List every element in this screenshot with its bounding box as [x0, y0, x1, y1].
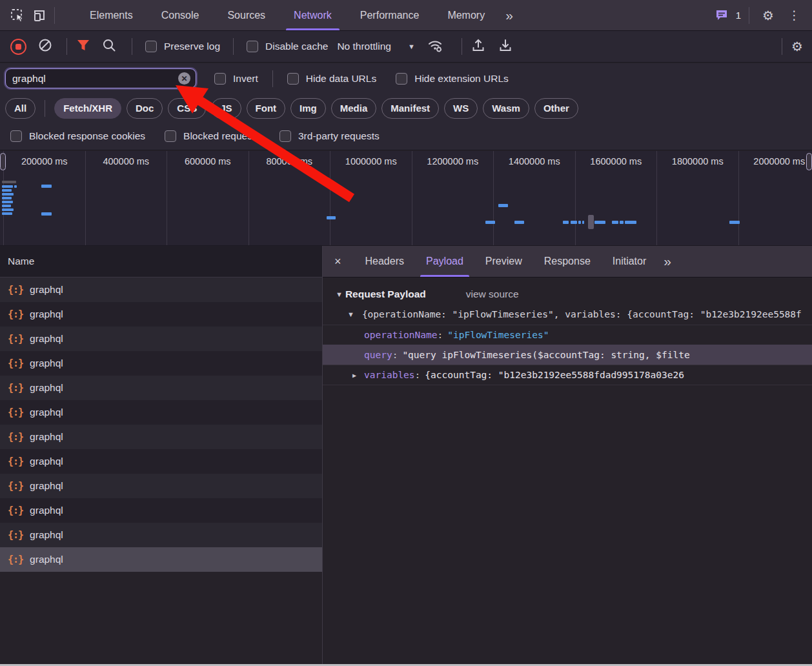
chip-manifest[interactable]: Manifest [381, 98, 439, 119]
request-row[interactable]: {:}graphql [0, 547, 322, 572]
request-row[interactable]: {:}graphql [0, 474, 322, 498]
chip-js[interactable]: JS [211, 98, 241, 119]
timeline-request-bar [620, 221, 624, 224]
chip-all[interactable]: All [5, 98, 36, 119]
detail-tab-initiator[interactable]: Initiator [602, 246, 657, 277]
clear-network-log-icon[interactable] [38, 38, 57, 55]
overview-left-handle[interactable] [0, 153, 6, 170]
3rd-party-requests-checkbox[interactable] [279, 130, 291, 142]
throttling-select[interactable]: No throttling ▼ [337, 41, 414, 52]
filter-icon[interactable] [76, 39, 97, 54]
blocked-response-cookies-checkbox[interactable] [10, 130, 22, 142]
search-icon[interactable] [102, 38, 123, 55]
record-network-log-button[interactable] [10, 39, 26, 55]
chip-other[interactable]: Other [534, 98, 578, 119]
hide-data-urls-toggle[interactable]: Hide data URLs [287, 73, 376, 85]
timeline-request-bar [594, 221, 605, 224]
tab-memory[interactable]: Memory [433, 0, 499, 30]
payload-colon: : [415, 370, 421, 380]
filter-input[interactable] [11, 72, 178, 85]
chip-doc[interactable]: Doc [127, 98, 163, 119]
preserve-log-checkbox[interactable] [145, 41, 157, 52]
settings-gear-icon[interactable]: ⚙ [757, 5, 779, 26]
name-column-header[interactable]: Name [0, 246, 322, 278]
expand-triangle-icon[interactable]: ▶ [352, 372, 356, 379]
blocked-response-cookies-toggle[interactable]: Blocked response cookies [10, 130, 145, 142]
request-row[interactable]: {:}graphql [0, 327, 322, 351]
request-row[interactable]: {:}graphql [0, 376, 322, 400]
request-row[interactable]: {:}graphql [0, 425, 322, 449]
timeline-tick-label: 1400000 ms [509, 156, 560, 245]
payload-row-query[interactable]: query:"query ipFlowTimeseries($accountTa… [323, 345, 812, 365]
network-overview-timeline[interactable]: 200000 ms400000 ms600000 ms800000 ms1000… [0, 151, 812, 246]
network-settings-gear-icon[interactable]: ⚙ [791, 40, 803, 53]
tab-performance[interactable]: Performance [346, 0, 434, 30]
hide-extension-urls-toggle[interactable]: Hide extension URLs [396, 73, 509, 85]
timeline-column: 1000000 ms [330, 151, 412, 245]
timeline-column: 800000 ms [249, 151, 330, 245]
tab-elements[interactable]: Elements [76, 0, 147, 30]
invert-toggle[interactable]: Invert [214, 73, 258, 85]
chip-font[interactable]: Font [247, 98, 285, 119]
timeline-tick-label: 600000 ms [185, 156, 231, 245]
close-details-icon[interactable]: × [323, 255, 354, 268]
invert-checkbox[interactable] [214, 73, 226, 85]
clear-filter-icon[interactable]: ✕ [178, 72, 190, 85]
chip-fetch-xhr[interactable]: Fetch/XHR [54, 98, 121, 119]
blocked-requests-toggle[interactable]: Blocked requests [165, 130, 260, 142]
request-row[interactable]: {:}graphql [0, 400, 322, 425]
timeline-request-bar [2, 205, 11, 207]
payload-key: variables [364, 370, 415, 380]
chip-img[interactable]: Img [290, 98, 326, 119]
chip-css[interactable]: CSS [168, 98, 206, 119]
chip-ws[interactable]: WS [444, 98, 478, 119]
request-row[interactable]: {:}graphql [0, 302, 322, 327]
request-row[interactable]: {:}graphql [0, 278, 322, 302]
request-row[interactable]: {:}graphql [0, 351, 322, 376]
more-tabs-icon[interactable]: » [499, 8, 518, 23]
request-name: graphql [30, 407, 63, 418]
payload-key: operationName [364, 330, 438, 340]
more-detail-tabs-icon[interactable]: » [657, 254, 676, 269]
json-file-icon: {:} [8, 308, 23, 320]
hide-extension-urls-checkbox[interactable] [396, 73, 407, 85]
preserve-log-toggle[interactable]: Preserve log [145, 41, 220, 52]
request-row[interactable]: {:}graphql [0, 498, 322, 523]
kebab-menu-icon[interactable]: ⋮ [783, 8, 806, 23]
device-toolbar-icon[interactable] [28, 5, 50, 26]
3rd-party-requests-toggle[interactable]: 3rd-party requests [279, 130, 380, 142]
inspect-element-icon[interactable] [6, 5, 28, 26]
overview-right-handle[interactable] [806, 153, 812, 170]
payload-row-operationname[interactable]: operationName:"ipFlowTimeseries" [323, 325, 812, 345]
chip-wasm[interactable]: Wasm [483, 98, 529, 119]
request-name: graphql [30, 480, 63, 492]
chip-media[interactable]: Media [331, 98, 377, 119]
blocked-requests-checkbox[interactable] [165, 130, 176, 142]
network-conditions-icon[interactable] [427, 38, 452, 55]
console-messages-icon[interactable] [713, 5, 730, 26]
collapse-triangle-icon[interactable]: ▼ [336, 290, 343, 298]
detail-tab-response[interactable]: Response [533, 246, 602, 277]
disable-cache-toggle[interactable]: Disable cache [247, 41, 328, 52]
export-har-icon[interactable] [498, 38, 520, 55]
import-har-icon[interactable] [471, 38, 493, 55]
hide-data-urls-checkbox[interactable] [287, 73, 299, 85]
collapse-triangle-icon[interactable]: ▼ [347, 310, 354, 318]
divider [272, 70, 273, 87]
detail-tab-headers[interactable]: Headers [354, 246, 415, 277]
request-details-pane: × HeadersPayloadPreviewResponseInitiator… [323, 246, 812, 664]
view-source-link[interactable]: view source [466, 288, 519, 300]
detail-tab-payload[interactable]: Payload [415, 246, 474, 277]
request-row[interactable]: {:}graphql [0, 449, 322, 474]
detail-tab-preview[interactable]: Preview [474, 246, 533, 277]
disable-cache-checkbox[interactable] [247, 41, 258, 52]
request-row[interactable]: {:}graphql [0, 523, 322, 547]
json-file-icon: {:} [8, 358, 23, 369]
tab-network[interactable]: Network [279, 0, 346, 30]
tab-sources[interactable]: Sources [213, 0, 279, 30]
json-file-icon: {:} [8, 505, 23, 516]
chevron-down-icon: ▼ [408, 43, 415, 50]
payload-row-variables[interactable]: ▶variables:{accountTag: "b12e3b2192ee558… [323, 365, 812, 385]
timeline-request-bar [612, 221, 618, 224]
tab-console[interactable]: Console [147, 0, 214, 30]
